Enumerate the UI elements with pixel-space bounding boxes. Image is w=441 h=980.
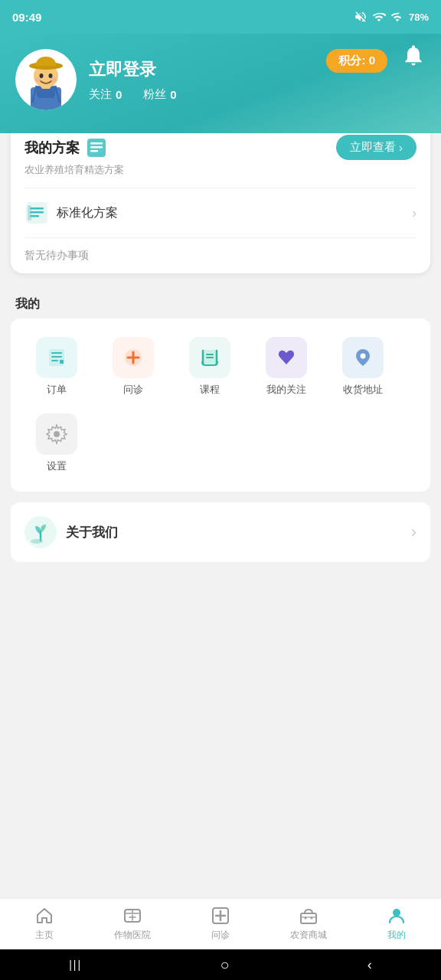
svg-point-31 (361, 354, 366, 359)
menu-item-order[interactable]: 订单 (18, 331, 95, 403)
consult-nav-icon-svg (211, 906, 230, 926)
svg-rect-13 (90, 142, 103, 145)
svg-rect-23 (51, 356, 62, 358)
mute-icon (354, 10, 368, 24)
hospital-nav-label: 作物医院 (114, 929, 151, 942)
svg-rect-24 (51, 360, 58, 361)
my-plan-title-row: 我的方案 (24, 137, 107, 158)
settings-icon (45, 423, 68, 446)
android-home-btn[interactable]: ○ (220, 956, 229, 974)
about-us-card[interactable]: 关于我们 › (11, 502, 430, 562)
hospital-nav-icon (122, 905, 143, 926)
consult-icon-circle (113, 337, 154, 378)
header-area: 立即登录 关注 0 粉丝 0 积分: 0 (0, 34, 441, 133)
shop-icon (299, 906, 318, 926)
my-plan-title: 我的方案 (24, 139, 80, 157)
nav-shop[interactable]: 农资商城 (265, 905, 353, 942)
home-nav-icon (34, 905, 55, 926)
order-label: 订单 (47, 383, 67, 397)
order-icon (45, 346, 68, 369)
notification-icon[interactable] (401, 43, 426, 70)
nav-home[interactable]: 主页 (0, 905, 88, 942)
order-icon-circle (36, 337, 77, 378)
follow-label: 我的关注 (266, 383, 306, 397)
menu-item-address[interactable]: 收货地址 (325, 331, 401, 403)
standard-plan-icon (24, 201, 49, 225)
view-now-chevron: › (399, 141, 403, 154)
battery-text: 78% (409, 11, 429, 23)
menu-row-1: 订单 问诊 (18, 331, 423, 407)
consult-label: 问诊 (123, 383, 143, 397)
my-plan-header: 我的方案 立即查看 › (24, 135, 416, 160)
svg-point-8 (40, 74, 44, 78)
signal-icon (390, 10, 404, 24)
svg-rect-43 (301, 913, 316, 923)
about-us-chevron: › (411, 522, 416, 542)
standard-plan-row[interactable]: 标准化方案 › (24, 194, 416, 231)
address-icon-circle (342, 337, 384, 378)
shop-nav-icon (298, 905, 319, 926)
score-badge[interactable]: 积分: 0 (326, 49, 387, 73)
fans-item: 粉丝 0 (143, 87, 176, 102)
avatar[interactable] (15, 49, 77, 110)
address-label: 收货地址 (343, 383, 383, 397)
menu-item-consult[interactable]: 问诊 (95, 331, 172, 403)
nav-mine[interactable]: 我的 (353, 905, 441, 942)
bottom-nav: 主页 作物医院 问诊 (0, 898, 441, 949)
icon-grid-card: 订单 问诊 (11, 318, 430, 492)
svg-point-32 (54, 431, 60, 437)
course-icon (198, 346, 221, 369)
svg-rect-30 (206, 357, 214, 358)
divider-2 (24, 237, 416, 238)
wifi-icon (372, 10, 386, 24)
mine-nav-icon (386, 905, 407, 926)
my-plan-subtitle: 农业养殖培育精选方案 (24, 163, 416, 177)
my-plan-card: 我的方案 立即查看 › 农业养殖培育精选方案 标准化方案 (11, 121, 430, 273)
about-row: 关于我们 › (24, 516, 416, 548)
svg-rect-29 (206, 354, 214, 355)
svg-rect-25 (60, 360, 64, 364)
svg-point-9 (49, 74, 53, 78)
svg-point-10 (35, 77, 41, 82)
mine-icon (387, 906, 407, 926)
follow-icon-circle (266, 337, 307, 378)
nav-hospital[interactable]: 作物医院 (88, 905, 176, 942)
follow-count: 0 (116, 88, 122, 101)
bell-icon (401, 43, 426, 67)
nav-consult[interactable]: 问诊 (176, 905, 264, 942)
consult-nav-icon (210, 905, 231, 926)
svg-rect-22 (51, 352, 62, 354)
no-tasks-text: 暂无待办事项 (24, 244, 416, 266)
about-left: 关于我们 (24, 516, 118, 548)
shop-nav-label: 农资商城 (290, 929, 327, 942)
follow-item: 关注 0 (89, 87, 122, 102)
standard-plan-chevron: › (412, 205, 416, 221)
standard-plan-text: 标准化方案 (57, 205, 118, 221)
svg-point-34 (31, 539, 43, 544)
home-nav-label: 主页 (35, 929, 54, 942)
android-back-btn[interactable]: ‹ (368, 957, 372, 973)
menu-item-follow[interactable]: 我的关注 (248, 331, 325, 403)
menu-item-settings[interactable]: 设置 (18, 407, 95, 479)
course-label: 课程 (200, 383, 220, 397)
about-us-icon (24, 516, 57, 548)
consult-icon (122, 346, 145, 369)
android-recent-btn[interactable]: ||| (69, 959, 82, 971)
follow-icon (275, 346, 298, 369)
fans-count: 0 (170, 88, 176, 101)
menu-item-course[interactable]: 课程 (172, 331, 248, 403)
course-icon-circle (189, 337, 230, 378)
avatar-farmer-image (15, 49, 77, 110)
follow-row: 关注 0 粉丝 0 (89, 87, 426, 102)
view-now-btn[interactable]: 立即查看 › (336, 135, 416, 160)
mine-nav-label: 我的 (387, 929, 406, 942)
hospital-icon (122, 906, 142, 926)
view-now-label: 立即查看 (350, 140, 396, 155)
consult-nav-label: 问诊 (211, 929, 230, 942)
svg-rect-18 (30, 211, 44, 214)
menu-row-2: 设置 (18, 407, 423, 484)
svg-rect-15 (90, 150, 98, 152)
status-bar: 09:49 78% (0, 0, 441, 34)
settings-label: 设置 (47, 459, 67, 473)
svg-point-11 (51, 77, 57, 82)
